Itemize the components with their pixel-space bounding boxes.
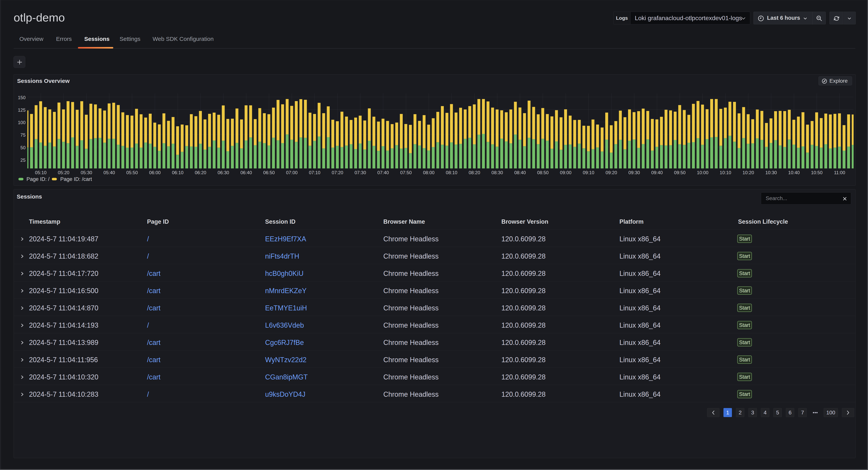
svg-text:05:20: 05:20 [58,170,69,175]
svg-text:06:50: 06:50 [263,170,275,175]
svg-text:09:50: 09:50 [674,170,686,175]
svg-text:50: 50 [20,145,26,150]
svg-text:08:40: 08:40 [514,170,526,175]
svg-text:07:20: 07:20 [332,170,343,175]
svg-text:09:40: 09:40 [651,170,663,175]
svg-text:07:00: 07:00 [286,170,298,175]
svg-text:08:50: 08:50 [537,170,549,175]
svg-text:06:30: 06:30 [218,170,229,175]
svg-text:125: 125 [18,107,26,112]
svg-text:10:30: 10:30 [765,170,777,175]
svg-text:100: 100 [18,120,26,125]
svg-text:150: 150 [18,95,26,100]
svg-text:25: 25 [20,158,26,163]
svg-text:05:30: 05:30 [81,170,92,175]
svg-text:05:50: 05:50 [126,170,138,175]
svg-text:09:00: 09:00 [560,170,571,175]
svg-text:08:10: 08:10 [446,170,457,175]
svg-text:07:30: 07:30 [354,170,366,175]
svg-text:10:00: 10:00 [697,170,708,175]
svg-text:10:20: 10:20 [742,170,754,175]
svg-text:09:10: 09:10 [583,170,594,175]
svg-text:06:20: 06:20 [195,170,206,175]
svg-text:07:40: 07:40 [377,170,389,175]
svg-text:09:20: 09:20 [606,170,617,175]
svg-text:10:50: 10:50 [811,170,823,175]
svg-text:09:30: 09:30 [628,170,640,175]
svg-text:08:00: 08:00 [423,170,435,175]
svg-text:07:50: 07:50 [400,170,412,175]
svg-text:08:30: 08:30 [491,170,503,175]
svg-text:11:00: 11:00 [834,170,845,175]
svg-text:05:40: 05:40 [103,170,115,175]
svg-text:06:00: 06:00 [149,170,161,175]
svg-text:75: 75 [20,132,26,138]
svg-text:06:40: 06:40 [240,170,252,175]
svg-text:07:10: 07:10 [309,170,320,175]
svg-text:10:10: 10:10 [720,170,731,175]
svg-text:06:10: 06:10 [172,170,184,175]
svg-text:10:40: 10:40 [788,170,800,175]
svg-text:08:20: 08:20 [469,170,480,175]
svg-text:05:10: 05:10 [35,170,46,175]
